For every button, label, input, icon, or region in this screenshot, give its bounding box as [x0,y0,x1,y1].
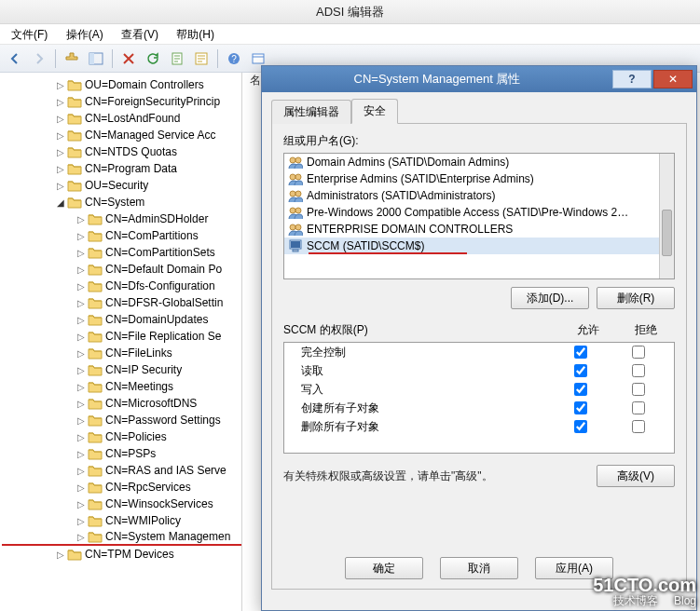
permission-deny-checkbox[interactable] [632,420,645,433]
expand-icon[interactable]: ▷ [54,550,67,560]
tree-item[interactable]: ▷OU=Security [2,177,241,194]
tree-item[interactable]: ▷CN=File Replication Se [2,328,241,345]
tree-item[interactable]: ▷CN=Default Domain Po [2,261,241,278]
tree-item[interactable]: ▷CN=ComPartitionSets [2,244,241,261]
collapse-icon[interactable]: ◢ [54,197,67,208]
permission-allow-checkbox[interactable] [574,420,587,433]
tree-item[interactable]: ◢CN=System [2,194,241,210]
back-button[interactable] [4,48,26,70]
up-button[interactable] [61,48,83,70]
permission-deny-checkbox[interactable] [632,383,645,396]
tree-item[interactable]: ▷CN=DomainUpdates [2,311,241,328]
show-pane-button[interactable] [85,48,107,70]
tree-item[interactable]: ▷CN=Program Data [2,160,241,177]
expand-icon[interactable]: ▷ [75,365,88,375]
tree-item[interactable]: ▷CN=Meetings [2,378,241,395]
tree-item[interactable]: ▷CN=DFSR-GlobalSettin [2,294,241,311]
permission-allow-checkbox[interactable] [574,364,587,377]
expand-icon[interactable]: ▷ [75,298,88,308]
forward-button[interactable] [28,48,50,70]
principal-row[interactable]: Pre-Windows 2000 Compatible Access (SATI… [284,204,659,221]
delete-button[interactable] [117,48,140,70]
expand-icon[interactable]: ▷ [54,181,67,191]
menu-file[interactable]: 文件(F) [4,24,55,46]
expand-icon[interactable]: ▷ [75,499,88,509]
export-button[interactable] [166,48,188,70]
tree-item[interactable]: ▷CN=AdminSDHolder [2,210,241,227]
tree-item[interactable]: ▷CN=RpcServices [2,479,241,496]
tree-pane[interactable]: ▷OU=Domain Controllers▷CN=ForeignSecurit… [0,73,242,611]
permissions-listbox[interactable]: 完全控制读取写入创建所有子对象删除所有子对象 [283,342,675,454]
expand-icon[interactable]: ▷ [75,214,88,224]
dialog-help-button[interactable]: ? [612,70,652,88]
principals-listbox[interactable]: Domain Admins (SATID\Domain Admins)Enter… [283,153,675,279]
permission-deny-checkbox[interactable] [632,364,645,377]
tab-security[interactable]: 安全 [351,99,398,124]
tree-item[interactable]: ▷CN=Policies [2,428,241,445]
principals-scrollbar[interactable] [659,154,674,278]
expand-icon[interactable]: ▷ [54,80,67,90]
expand-icon[interactable]: ▷ [75,449,88,459]
expand-icon[interactable]: ▷ [75,516,88,526]
tree-item[interactable]: ▷CN=WinsockServices [2,496,241,512]
expand-icon[interactable]: ▷ [75,281,88,292]
permission-deny-checkbox[interactable] [632,401,645,414]
menu-help[interactable]: 帮助(H) [169,24,222,46]
tree-item[interactable]: ▷CN=Managed Service Acc [2,127,241,143]
expand-icon[interactable]: ▷ [75,466,88,476]
permission-allow-checkbox[interactable] [574,383,587,396]
expand-icon[interactable]: ▷ [54,114,67,124]
expand-icon[interactable]: ▷ [75,532,88,542]
tree-item[interactable]: ▷CN=Dfs-Configuration [2,278,241,294]
tree-item[interactable]: ▷CN=LostAndFound [2,110,241,127]
remove-button[interactable]: 删除(R) [597,287,675,309]
expand-icon[interactable]: ▷ [54,130,67,141]
tree-item[interactable]: ▷CN=RAS and IAS Serve [2,462,241,479]
expand-icon[interactable]: ▷ [75,415,88,426]
expand-icon[interactable]: ▷ [54,97,67,107]
tree-item[interactable]: ▷CN=WMIPolicy [2,512,241,529]
tree-item[interactable]: ▷CN=IP Security [2,361,241,378]
menu-view[interactable]: 查看(V) [114,24,166,46]
tree-item[interactable]: ▷CN=PSPs [2,445,241,462]
tree-item[interactable]: ▷OU=Domain Controllers [2,76,241,93]
expand-icon[interactable]: ▷ [54,164,67,174]
permission-allow-checkbox[interactable] [574,401,587,414]
permission-deny-checkbox[interactable] [632,346,645,359]
principal-row[interactable]: Domain Admins (SATID\Domain Admins) [284,154,659,170]
tree-item[interactable]: ▷CN=System Managemen [2,529,241,546]
advanced-button[interactable]: 高级(V) [597,465,675,487]
permission-allow-checkbox[interactable] [574,346,587,359]
expand-icon[interactable]: ▷ [75,231,88,241]
menu-action[interactable]: 操作(A) [59,24,111,46]
tree-item[interactable]: ▷CN=ComPartitions [2,227,241,244]
refresh-button[interactable] [142,48,164,70]
properties-button[interactable] [190,48,213,70]
principal-row[interactable]: Administrators (SATID\Administrators) [284,187,659,204]
tree-item[interactable]: ▷CN=ForeignSecurityPrincip [2,93,241,110]
expand-icon[interactable]: ▷ [75,315,88,325]
tree-item[interactable]: ▷CN=TPM Devices [2,546,241,563]
tree-item[interactable]: ▷CN=NTDS Quotas [2,143,241,160]
ok-button[interactable]: 确定 [345,557,423,579]
tree-item[interactable]: ▷CN=FileLinks [2,345,241,361]
help-button[interactable]: ? [223,48,245,70]
principal-row[interactable]: Enterprise Admins (SATID\Enterprise Admi… [284,170,659,187]
principal-row[interactable]: SCCM (SATID\SCCM$) [284,238,659,254]
expand-icon[interactable]: ▷ [75,482,88,493]
add-button[interactable]: 添加(D)... [511,287,589,309]
expand-icon[interactable]: ▷ [75,332,88,342]
expand-icon[interactable]: ▷ [75,265,88,275]
expand-icon[interactable]: ▷ [75,382,88,392]
tab-attribute-editor[interactable]: 属性编辑器 [271,100,351,124]
cancel-button[interactable]: 取消 [440,557,518,579]
expand-icon[interactable]: ▷ [54,147,67,157]
tree-item[interactable]: ▷CN=Password Settings [2,412,241,428]
expand-icon[interactable]: ▷ [75,399,88,409]
expand-icon[interactable]: ▷ [75,432,88,442]
expand-icon[interactable]: ▷ [75,348,88,359]
apply-button[interactable]: 应用(A) [535,557,613,579]
principal-row[interactable]: ENTERPRISE DOMAIN CONTROLLERS [284,221,659,238]
dialog-close-button[interactable]: ✕ [653,70,693,88]
tree-item[interactable]: ▷CN=MicrosoftDNS [2,395,241,412]
